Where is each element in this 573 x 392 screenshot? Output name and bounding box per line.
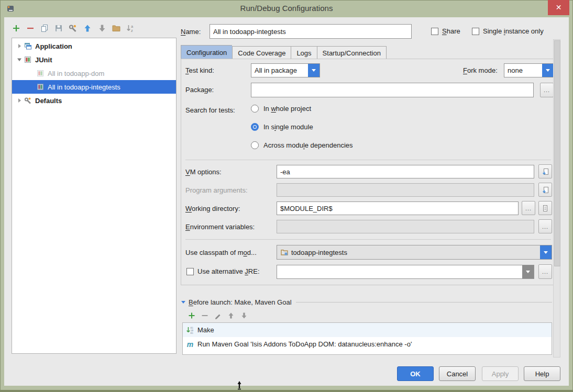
cancel-button[interactable]: Cancel [439,366,476,381]
title-bar[interactable]: Run/Debug Configurations ✕ [0,0,573,17]
move-up-button[interactable] [82,23,93,34]
fork-mode-value: none [504,64,542,77]
before-launch-header[interactable]: Before launch: Make, Maven Goal [181,298,552,306]
alt-jre-value [277,265,522,278]
close-button[interactable]: ✕ [548,0,569,15]
radio-button-selected[interactable] [251,123,259,131]
run-debug-configurations-dialog: Run/Debug Configurations ✕ az Applicatio… [0,0,573,392]
chevron-right-icon[interactable] [16,97,24,104]
radio-in-single-module[interactable]: In single module [251,123,313,131]
alt-jre-checkbox[interactable] [186,268,194,275]
vm-options-expand-button[interactable] [538,164,552,178]
help-button[interactable]: Help [524,366,560,381]
copy-configuration-button[interactable] [39,23,50,34]
arrow-down-icon [242,313,247,319]
edit-defaults-button[interactable] [67,23,79,34]
working-directory-macros-button[interactable] [538,201,552,215]
add-configuration-button[interactable] [10,23,22,34]
tab-startup-connection[interactable]: Startup/Connection [317,46,387,59]
single-instance-label: Single instance only [483,27,544,35]
arrow-down-icon [100,25,105,32]
program-arguments-expand-button[interactable] [538,183,552,197]
tab-logs[interactable]: Logs [291,46,316,59]
test-kind-combobox[interactable]: All in package [251,63,320,77]
dropdown-arrow-button[interactable] [542,64,554,77]
save-configuration-button[interactable] [53,23,64,34]
name-label: Name: [181,28,201,36]
tree-item-label: Application [35,42,72,50]
task-label: Run Maven Goal 'Isis Addons ToDoApp DOM:… [197,340,412,348]
move-down-button[interactable] [96,23,108,34]
wrench-icon [68,24,78,33]
collapse-triangle-icon[interactable] [181,301,185,304]
before-launch-move-up-button[interactable] [226,310,236,321]
application-icon [24,42,32,50]
remove-configuration-button[interactable] [25,23,36,34]
before-launch-remove-button[interactable] [200,310,210,321]
chevron-down-icon [546,69,550,72]
radio-across-module-dependencies[interactable]: Across module dependencies [251,141,353,149]
ok-button[interactable]: OK [397,366,434,381]
alt-jre-browse-button[interactable]: ... [538,264,552,279]
task-row-make[interactable]: 011001 Make [183,323,552,337]
sort-configurations-button[interactable]: az [125,23,136,34]
dropdown-arrow-button[interactable] [540,245,552,259]
radio-button[interactable] [251,105,259,113]
tree-item-all-in-todoapp-integtests[interactable]: All in todoapp-integtests [12,80,176,94]
tree-item-junit[interactable]: JUnit [12,53,176,66]
vm-options-input[interactable] [277,165,534,178]
radio-in-whole-project[interactable]: In whole project [251,105,311,113]
classpath-module-value: todoapp-integtests [291,249,347,256]
environment-variables-input[interactable] [277,220,534,233]
maven-icon: m [186,340,194,349]
window-bottom-edge[interactable] [0,390,573,392]
classpath-module-combobox[interactable]: todoapp-integtests [277,245,552,260]
configurations-tree: Application JUnit All in todoapp-dom All… [12,38,177,354]
vertical-scrollbar[interactable] [553,39,560,357]
tab-code-coverage[interactable]: Code Coverage [232,46,291,59]
dropdown-arrow-button[interactable] [308,64,319,77]
before-launch-edit-button[interactable] [213,310,223,321]
single-instance-checkbox[interactable] [472,28,479,35]
fork-mode-combobox[interactable]: none [504,63,554,77]
apply-button: Apply [482,366,519,381]
before-launch-add-button[interactable] [186,310,197,321]
working-directory-browse-button[interactable]: ... [522,201,535,215]
radio-button[interactable] [251,141,259,149]
program-arguments-input [277,183,534,197]
dialog-content: az Application JUnit All in todoapp-dom … [4,17,569,386]
working-directory-label: Working directory: [185,205,240,212]
dropdown-arrow-button[interactable] [522,265,534,278]
single-instance-checkbox-row[interactable]: Single instance only [472,27,544,35]
tree-item-all-in-todoapp-dom[interactable]: All in todoapp-dom [12,66,176,80]
before-launch-move-down-button[interactable] [239,310,249,321]
working-directory-input[interactable] [277,201,519,215]
scrollbar-thumb[interactable] [554,40,560,266]
test-kind-value: All in package [251,64,308,77]
share-checkbox-row[interactable]: Share [431,27,460,35]
tree-item-defaults[interactable]: Defaults [12,94,176,107]
search-for-tests-label: Search for tests: [185,106,235,114]
chevron-down-icon[interactable] [16,57,24,63]
package-browse-button[interactable]: ... [540,83,554,97]
tree-item-label: All in todoapp-dom [48,70,104,77]
alt-jre-combobox[interactable] [277,265,534,279]
svg-text:01: 01 [191,332,194,334]
arrow-up-icon [229,313,234,319]
chevron-right-icon[interactable] [16,43,24,49]
name-input[interactable] [210,24,412,39]
use-classpath-label: Use classpath of mod... [185,249,257,256]
folder-icon [112,24,121,33]
arrow-up-icon [85,25,91,32]
tree-item-application[interactable]: Application [12,39,176,53]
junit-icon [36,83,45,91]
before-launch-task-list: 011001 Make m Run Maven Goal 'Isis Addon… [182,322,552,355]
task-row-maven-goal[interactable]: m Run Maven Goal 'Isis Addons ToDoApp DO… [183,337,552,351]
tab-configuration[interactable]: Configuration [181,45,232,59]
package-input[interactable] [251,83,534,97]
fork-mode-label: Fork mode: [463,66,498,74]
create-folder-button[interactable] [111,23,122,34]
alt-jre-checkbox-row[interactable]: Use alternative JRE: [186,267,260,275]
environment-variables-browse-button[interactable]: ... [538,219,552,233]
share-checkbox[interactable] [431,28,438,35]
